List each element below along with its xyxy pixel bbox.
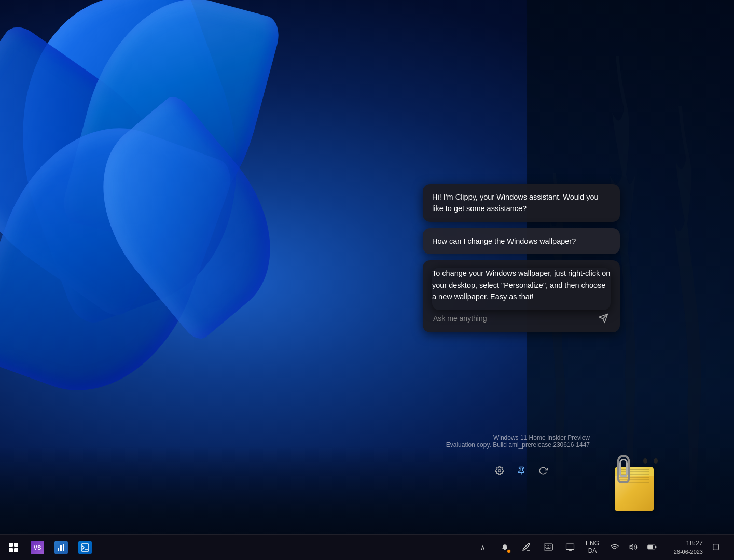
- show-desktop-button[interactable]: [726, 538, 730, 556]
- taskbar-notification-icon[interactable]: [495, 538, 514, 556]
- chat-message-2: How can I change the Windows wallpaper?: [423, 228, 620, 254]
- clock-time: 18:27: [686, 539, 703, 548]
- svg-rect-4: [58, 548, 59, 551]
- taskbar-left: VS: [0, 536, 96, 559]
- system-tray-chevron[interactable]: ∧: [474, 538, 492, 556]
- chat-message-1-text: Hi! I'm Clippy, your Windows assistant. …: [432, 193, 599, 213]
- taskbar-app-visual-studio[interactable]: VS: [26, 536, 49, 559]
- chat-bottom-bar: [422, 463, 621, 479]
- language-sub: DA: [588, 547, 597, 554]
- wallpaper-petals: [0, 0, 363, 425]
- wifi-icon: [605, 538, 624, 556]
- windows-logo-icon: [9, 543, 18, 552]
- svg-rect-6: [63, 544, 64, 551]
- settings-action-button[interactable]: [495, 466, 504, 475]
- taskbar-keyboard-icon[interactable]: [539, 538, 558, 556]
- terminal-icon: [78, 541, 92, 554]
- language-primary: ENG: [586, 540, 599, 547]
- clock-display[interactable]: 18:27 26-06-2023: [664, 538, 706, 557]
- taskbar-app-terminal[interactable]: [74, 536, 96, 559]
- clippy-face: [642, 456, 659, 471]
- clippy-clip: [617, 455, 630, 483]
- language-display[interactable]: ENG DA: [583, 539, 602, 556]
- chart-icon: [54, 541, 68, 554]
- taskbar-right: ∧: [474, 538, 734, 557]
- chat-input[interactable]: [432, 312, 591, 325]
- svg-marker-22: [630, 545, 633, 550]
- refresh-action-button[interactable]: [538, 466, 548, 475]
- quick-settings-group[interactable]: [605, 538, 661, 556]
- svg-rect-19: [566, 544, 574, 550]
- clip-inner: [619, 459, 628, 477]
- pin-action-button[interactable]: [517, 466, 526, 475]
- clippy-eye-left: [643, 458, 647, 464]
- chat-input-row: [432, 312, 611, 325]
- taskbar: VS: [0, 534, 734, 560]
- taskbar-app-performance[interactable]: [50, 536, 73, 559]
- vs-icon: VS: [31, 541, 44, 554]
- chat-panel: Hi! I'm Clippy, your Windows assistant. …: [423, 184, 620, 332]
- battery-icon: [643, 538, 661, 556]
- desktop-background: Hi! I'm Clippy, your Windows assistant. …: [0, 0, 734, 560]
- chat-message-2-text: How can I change the Windows wallpaper?: [432, 237, 576, 245]
- eval-text-line1: Windows 11 Home Insider Preview: [446, 434, 590, 441]
- taskbar-display-icon[interactable]: [561, 538, 579, 556]
- eval-text-line2: Evaluation copy. Build ami_prerelease.23…: [446, 441, 590, 449]
- volume-icon: [624, 538, 643, 556]
- send-button[interactable]: [596, 312, 611, 325]
- start-button[interactable]: [2, 536, 25, 559]
- clock-date: 26-06-2023: [674, 548, 703, 556]
- evaluation-watermark: Windows 11 Home Insider Preview Evaluati…: [446, 434, 590, 449]
- chat-message-3-text: To change your Windows wallpaper, just r…: [432, 269, 610, 301]
- notification-center-button[interactable]: [709, 538, 723, 556]
- taskbar-pen-icon[interactable]: [517, 538, 536, 556]
- clippy-body: [610, 454, 661, 511]
- clippy-character: [610, 454, 661, 511]
- svg-rect-24: [648, 546, 653, 549]
- svg-rect-5: [60, 545, 62, 551]
- clippy-eye-right: [654, 458, 658, 464]
- chat-message-3-and-input: To change your Windows wallpaper, just r…: [423, 260, 620, 332]
- svg-point-2: [498, 470, 501, 472]
- svg-rect-7: [81, 544, 89, 551]
- svg-rect-25: [655, 547, 657, 549]
- svg-rect-26: [713, 544, 719, 550]
- chat-message-1: Hi! I'm Clippy, your Windows assistant. …: [423, 184, 620, 222]
- chat-message-3: To change your Windows wallpaper, just r…: [432, 268, 611, 310]
- notification-dot: [507, 549, 511, 553]
